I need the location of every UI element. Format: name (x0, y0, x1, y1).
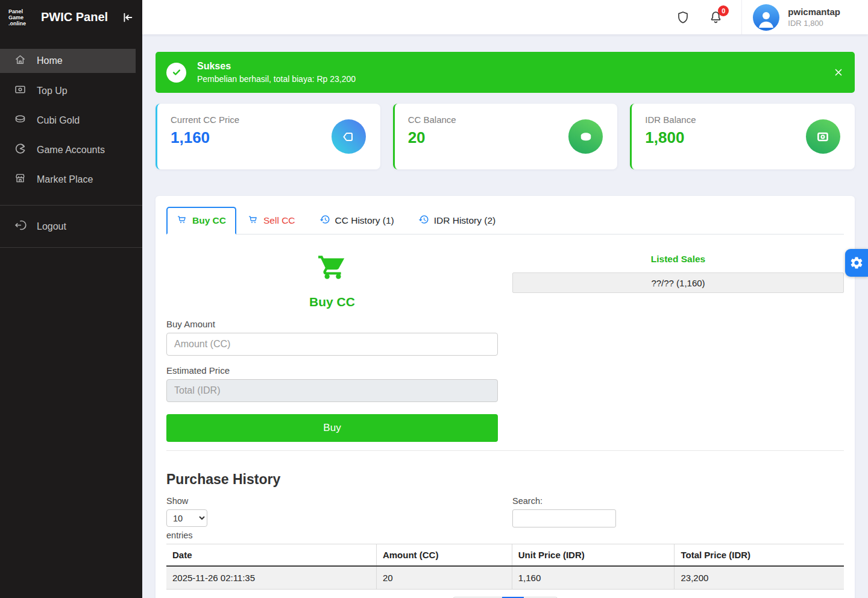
cell-total-price: 23,200 (675, 566, 844, 590)
logout-icon (14, 219, 27, 234)
topbar-divider (741, 0, 742, 34)
tab-label: Sell CC (263, 215, 295, 226)
tab-cc-history[interactable]: CC History (1) (310, 207, 403, 234)
success-alert: Sukses Pembelian berhasil, total biaya: … (156, 52, 855, 93)
username: pwicmantap (788, 7, 840, 17)
estimated-price-input (166, 379, 498, 402)
stat-cards: Current CC Price 1,160 CC Balance 20 IDR… (156, 104, 855, 169)
price-tag-icon (332, 119, 366, 154)
history-icon (319, 214, 330, 227)
alert-title: Sukses (197, 61, 356, 72)
sidebar-divider (0, 247, 142, 248)
check-circle-icon (166, 63, 186, 83)
app-root: Panel Game .online PWIC Panel Home Top U… (0, 0, 868, 598)
buy-amount-input[interactable] (166, 333, 498, 356)
show-entries-control: Show 10 entries (166, 496, 505, 540)
column-header-amount[interactable]: Amount (CC) (376, 544, 512, 567)
sidebar-item-label: Cubi Gold (37, 115, 80, 126)
purchase-history-heading: Purchase History (166, 471, 844, 488)
sidebar-divider (0, 205, 142, 206)
card-idr-balance: IDR Balance 1,800 (630, 104, 855, 169)
card-current-cc-price: Current CC Price 1,160 (156, 104, 380, 169)
table-row: 2025-11-26 02:11:35 20 1,160 23,200 (166, 566, 844, 590)
listed-sales-value: ??/?? (1,160) (512, 272, 844, 293)
cell-unit-price: 1,160 (512, 566, 675, 590)
banknote-icon (14, 83, 27, 98)
listed-sales-section: Listed Sales ??/?? (1,160) (512, 244, 844, 442)
show-label: Show (166, 496, 505, 506)
cell-date: 2025-11-26 02:11:35 (166, 566, 376, 590)
store-icon (14, 172, 27, 187)
cell-amount: 20 (376, 566, 512, 590)
close-icon[interactable] (833, 67, 844, 78)
sidebar-header: Panel Game .online PWIC Panel (0, 0, 142, 34)
game-icon (14, 142, 27, 157)
user-balance: IDR 1,800 (788, 19, 840, 28)
tab-buy-cc[interactable]: Buy CC (166, 207, 236, 234)
brand-logo: Panel Game .online (8, 8, 35, 27)
buy-form: Buy CC Buy Amount Estimated Price Buy (166, 244, 498, 442)
tab-label: CC History (1) (335, 215, 394, 226)
page-size-select[interactable]: 10 (166, 509, 207, 527)
buy-cc-heading: Buy CC (166, 295, 498, 309)
logo-line: .online (8, 20, 35, 27)
listed-sales-heading: Listed Sales (512, 254, 844, 265)
sidebar-item-cubi-gold[interactable]: Cubi Gold (0, 105, 142, 135)
cart-icon (166, 251, 498, 282)
sidebar-item-game-accounts[interactable]: Game Accounts (0, 135, 142, 165)
notification-badge: 0 (718, 5, 729, 16)
tab-sell-cc[interactable]: Sell CC (239, 207, 304, 234)
content-area: Sukses Pembelian berhasil, total biaya: … (142, 34, 868, 598)
sidebar-item-label: Market Place (37, 174, 93, 185)
column-header-total-price[interactable]: Total Price (IDR) (675, 544, 844, 567)
avatar (753, 4, 779, 31)
logo-line: Panel (8, 8, 35, 14)
estimated-price-label: Estimated Price (166, 365, 498, 376)
buy-button[interactable]: Buy (166, 414, 498, 442)
logo-line: Game (8, 14, 35, 20)
home-icon (14, 54, 27, 69)
sidebar-item-home[interactable]: Home (0, 49, 136, 73)
user-info: pwicmantap IDR 1,800 (788, 7, 840, 28)
history-icon (418, 214, 429, 227)
shield-icon[interactable] (676, 10, 690, 25)
search-control: Search: (505, 496, 844, 540)
sidebar-item-top-up[interactable]: Top Up (0, 76, 142, 105)
coin-icon (568, 119, 603, 154)
tab-idr-history[interactable]: IDR History (2) (409, 207, 505, 234)
banknote-icon (806, 119, 840, 154)
card-cc-balance: CC Balance 20 (393, 104, 618, 169)
search-label: Search: (512, 496, 844, 506)
column-header-unit-price[interactable]: Unit Price (IDR) (512, 544, 675, 567)
trade-panel: Buy CC Sell CC CC History (1) (156, 196, 855, 598)
sidebar-item-label: Logout (37, 221, 66, 232)
notifications-bell-icon[interactable]: 0 (708, 10, 723, 25)
search-input[interactable] (512, 509, 616, 527)
cart-icon (177, 214, 187, 227)
sidebar-item-logout[interactable]: Logout (0, 212, 142, 241)
app-title: PWIC Panel (41, 10, 115, 24)
settings-gear-button[interactable] (845, 249, 868, 277)
purchase-history-table: Date Amount (CC) Unit Price (IDR) Total … (166, 544, 844, 590)
topbar: 0 pwicmantap IDR 1,800 (142, 0, 868, 34)
section-divider (166, 450, 844, 451)
sidebar-item-label: Home (37, 55, 63, 66)
table-controls: Show 10 entries Search: (166, 496, 844, 540)
user-menu[interactable]: pwicmantap IDR 1,800 (753, 4, 840, 31)
sidebar-item-market-place[interactable]: Market Place (0, 165, 142, 194)
tab-label: IDR History (2) (434, 215, 495, 226)
cart-icon (248, 214, 259, 227)
alert-text: Sukses Pembelian berhasil, total biaya: … (197, 61, 356, 84)
sidebar-collapse-icon[interactable] (121, 11, 134, 24)
sidebar-nav: Home Top Up Cubi Gold Game Accounts (0, 46, 142, 194)
table-header-row: Date Amount (CC) Unit Price (IDR) Total … (166, 544, 844, 567)
coin-icon (14, 113, 27, 128)
column-header-date[interactable]: Date (166, 544, 376, 567)
sidebar: Panel Game .online PWIC Panel Home Top U… (0, 0, 142, 598)
tab-label: Buy CC (192, 215, 226, 226)
alert-message: Pembelian berhasil, total biaya: Rp 23,2… (197, 74, 356, 84)
sidebar-item-label: Top Up (37, 86, 68, 96)
main-column: 0 pwicmantap IDR 1,800 Suk (142, 0, 868, 598)
sidebar-item-label: Game Accounts (37, 145, 105, 156)
tabs: Buy CC Sell CC CC History (1) (166, 207, 844, 234)
